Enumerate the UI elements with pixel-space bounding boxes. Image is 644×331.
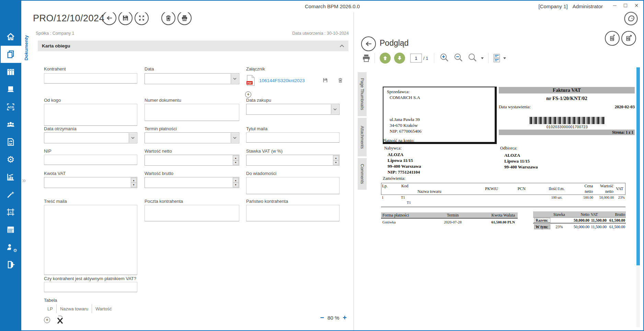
- karta-obiegu-header[interactable]: Karta obiegu: [38, 41, 348, 51]
- items-header-pcn: PCN: [505, 183, 538, 195]
- sidebar-item-home[interactable]: [0, 28, 21, 45]
- page-layout-icon[interactable]: [492, 53, 502, 64]
- delete-button[interactable]: [161, 11, 175, 25]
- zoom-out-button[interactable]: −: [320, 314, 324, 321]
- attachment-delete-icon[interactable]: [337, 77, 344, 84]
- panel-expander-chevrons[interactable]: »: [22, 176, 25, 184]
- od-kogo-textarea[interactable]: [44, 104, 137, 126]
- sidebar-item-settings[interactable]: ⚙: [0, 151, 21, 168]
- fullscreen-button[interactable]: [135, 11, 149, 25]
- documents-vertical-tab[interactable]: Dokumenty: [21, 29, 31, 67]
- layout-options-caret[interactable]: [503, 57, 506, 59]
- dropdown-button[interactable]: [129, 133, 137, 143]
- buyer-nip: NIP: 7751241104: [388, 169, 420, 175]
- sidebar-item-acd[interactable]: ACD: [0, 98, 21, 115]
- expand-arrows-icon: [138, 14, 146, 22]
- spin-down-button[interactable]: ▼: [233, 183, 239, 188]
- seller-name: COMARCH S.A: [390, 95, 420, 100]
- preview-back-button[interactable]: [361, 36, 376, 51]
- previous-page-button[interactable]: [380, 53, 391, 64]
- poczta-kontrahenta-textarea[interactable]: [145, 205, 239, 221]
- printer-icon: [181, 14, 188, 22]
- field-label: Stawka VAT (w %): [246, 148, 283, 154]
- dropdown-button[interactable]: [231, 74, 239, 84]
- add-attachment-button[interactable]: +: [245, 91, 251, 98]
- tab-attachments[interactable]: Attachments: [358, 118, 367, 156]
- sidebar-item-logout[interactable]: [0, 256, 21, 273]
- sidebar-item-binders[interactable]: [0, 63, 21, 80]
- spin-up-button[interactable]: ▲: [233, 178, 239, 183]
- tytul-maila-input[interactable]: [246, 132, 340, 143]
- kwota-vat-spinner[interactable]: ▲▼: [44, 177, 137, 188]
- wartosc-brutto-spinner[interactable]: ▲▼: [145, 177, 239, 188]
- search-options-caret[interactable]: [481, 57, 484, 59]
- spin-up-button[interactable]: ▲: [233, 155, 239, 161]
- pdf-page: Sprzedawca: COMARCH S.A ul.Jana Pawła 39…: [369, 69, 635, 327]
- vat-cell: 50,000.00: [568, 218, 589, 222]
- orders-label: Zamówienia:: [383, 176, 405, 181]
- numer-dokumentu-textarea[interactable]: [145, 104, 239, 121]
- sidebar-item-documents[interactable]: [0, 46, 21, 63]
- barcode-number: 0102033000001700723: [530, 125, 605, 129]
- open-external-button[interactable]: [621, 31, 636, 46]
- spin-up-button[interactable]: ▲: [333, 155, 339, 161]
- items-header-nazwa: Nazwa towaru: [417, 189, 441, 194]
- print-button[interactable]: [177, 11, 192, 25]
- pdf-zoom-out-button[interactable]: [453, 53, 463, 64]
- aktywny-platnik-input[interactable]: [44, 282, 137, 292]
- minimize-button[interactable]: ─: [613, 3, 617, 8]
- sidebar-item-text-frame[interactable]: A: [0, 203, 21, 221]
- attachment-save-icon[interactable]: [322, 77, 329, 84]
- sidebar-item-wizard[interactable]: [0, 186, 21, 203]
- termin-platnosci-select[interactable]: [145, 132, 239, 143]
- nip-input[interactable]: [44, 155, 137, 165]
- kontrahent-input[interactable]: [44, 73, 137, 84]
- print-pdf-icon[interactable]: [361, 53, 371, 63]
- sidebar-item-contractors[interactable]: [0, 116, 21, 133]
- sidebar-item-workstation[interactable]: [0, 81, 21, 98]
- stawka-vat-spinner[interactable]: ▲▼: [246, 155, 340, 166]
- attachment-link[interactable]: 106144FS320knt2023: [259, 78, 305, 83]
- wartosc-netto-spinner[interactable]: ▲▼: [145, 155, 239, 166]
- sidebar-item-schedule[interactable]: [0, 221, 21, 238]
- sidebar-item-reports[interactable]: [0, 168, 21, 186]
- pdf-file-icon[interactable]: PDF: [246, 75, 255, 86]
- detach-preview-button[interactable]: [605, 31, 620, 46]
- add-table-row-button[interactable]: +: [44, 317, 50, 323]
- spin-down-button[interactable]: ▼: [333, 161, 339, 165]
- sidebar-item-document-flow[interactable]: [0, 133, 21, 151]
- dropdown-button[interactable]: [331, 104, 339, 114]
- tab-page-thumbnails[interactable]: Page Thumbnails: [358, 72, 367, 116]
- spin-down-button[interactable]: ▼: [233, 161, 239, 165]
- delete-row-icon[interactable]: [56, 315, 65, 324]
- page-number-input[interactable]: 1: [410, 54, 422, 63]
- invoice-number: nr FS-1/20/KNT/02: [499, 96, 635, 101]
- invoice-seller-box: Sprzedawca: COMARCH S.A ul.Jana Pawła 39…: [383, 87, 497, 144]
- panstwo-kontrahenta-textarea[interactable]: [246, 205, 340, 221]
- data-select[interactable]: [145, 73, 239, 84]
- logged-user[interactable]: Administrator: [573, 3, 603, 9]
- sidebar-item-user-settings[interactable]: ⚙: [0, 239, 21, 256]
- tresc-maila-textarea[interactable]: [44, 205, 137, 275]
- spin-down-button[interactable]: ▼: [131, 183, 137, 188]
- spin-up-button[interactable]: ▲: [131, 178, 137, 183]
- pdf-scrollbar-thumb[interactable]: [636, 67, 640, 265]
- tab-comments[interactable]: Comments: [358, 158, 367, 190]
- next-page-button[interactable]: [394, 53, 405, 64]
- collapse-chevron-icon[interactable]: [340, 44, 344, 47]
- data-zakupu-select[interactable]: [246, 104, 340, 115]
- zoom-in-button[interactable]: +: [343, 314, 347, 321]
- maximize-button[interactable]: ☐: [623, 3, 628, 8]
- close-button[interactable]: ✕: [634, 3, 639, 8]
- comarch-logo-button[interactable]: [623, 11, 639, 26]
- do-wiadomosci-textarea[interactable]: [246, 177, 340, 194]
- dropdown-button[interactable]: [231, 133, 239, 143]
- company-context[interactable]: [Company 1]: [539, 3, 568, 9]
- pdf-scrollbar-track[interactable]: [636, 67, 640, 327]
- save-button[interactable]: [118, 11, 133, 25]
- data-otrzymania-select[interactable]: [44, 132, 137, 143]
- pdf-zoom-in-button[interactable]: [439, 53, 449, 64]
- pdf-search-button[interactable]: [468, 53, 478, 64]
- back-button[interactable]: [102, 11, 116, 25]
- panel-splitter[interactable]: [354, 1, 354, 330]
